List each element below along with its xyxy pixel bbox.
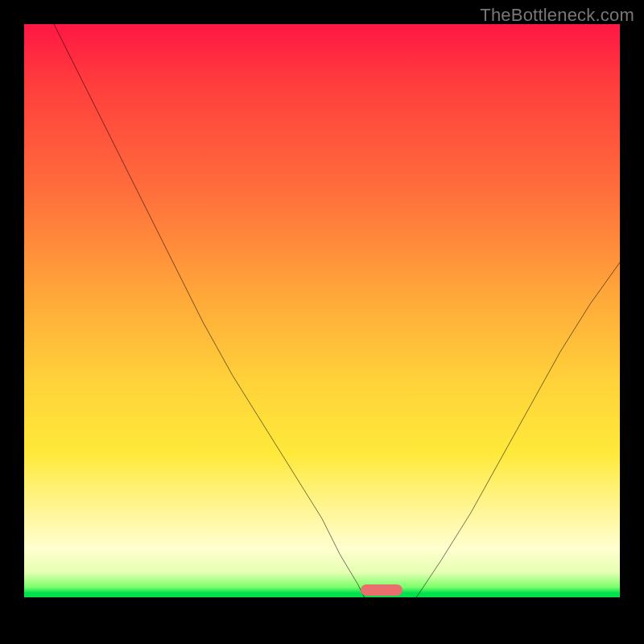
left-curve	[54, 24, 376, 620]
watermark-text: TheBottleneck.com	[480, 5, 634, 26]
bottleneck-marker	[361, 584, 402, 597]
right-curve	[399, 262, 620, 620]
plot-area	[24, 24, 620, 620]
chart-frame: TheBottleneck.com	[0, 0, 644, 644]
curve-layer	[24, 24, 620, 620]
